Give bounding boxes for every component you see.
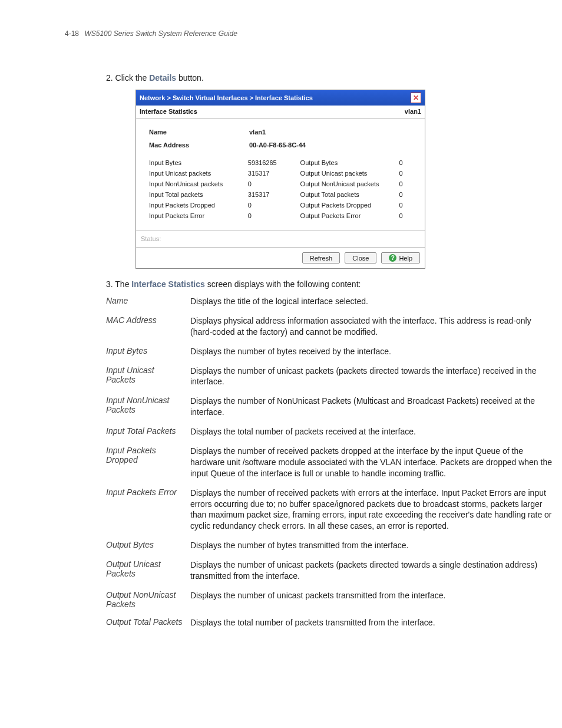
help-button[interactable]: ?Help bbox=[381, 252, 420, 263]
mac-label: Mac Address bbox=[149, 141, 249, 149]
stat-row: Input Unicast packets315317Output Unicas… bbox=[149, 170, 416, 177]
stat-label: Input Unicast packets bbox=[149, 170, 248, 177]
close-button[interactable]: Close bbox=[345, 252, 376, 263]
stat-value: 0 bbox=[248, 202, 300, 209]
help-icon: ? bbox=[389, 254, 396, 262]
definition-row: Input Packets ErrorDisplays the number o… bbox=[106, 487, 554, 532]
stat-label: Input Packets Dropped bbox=[149, 202, 248, 209]
stat-label: Input Packets Error bbox=[149, 212, 248, 219]
definition-term: Input Total Packets bbox=[106, 426, 190, 437]
step-2: 2. Click the Details button. bbox=[106, 73, 521, 83]
definition-row: Input Unicast PacketsDisplays the number… bbox=[106, 365, 554, 388]
definition-text: Displays the number of unicast packets (… bbox=[190, 365, 554, 388]
stat-value: 59316265 bbox=[248, 159, 300, 166]
interface-statistics-keyword: Interface Statistics bbox=[131, 279, 205, 289]
stat-value: 315317 bbox=[248, 191, 300, 198]
refresh-button[interactable]: Refresh bbox=[302, 252, 340, 263]
definition-row: Input BytesDisplays the number of bytes … bbox=[106, 346, 554, 357]
breadcrumb: Network > Switch Virtual Interfaces > In… bbox=[140, 94, 313, 101]
details-keyword: Details bbox=[149, 73, 176, 83]
page-header: 4-18 WS5100 Series Switch System Referen… bbox=[65, 29, 521, 38]
definition-term: Input Packets Dropped bbox=[106, 446, 190, 479]
stat-label: Output NonUnicast packets bbox=[300, 180, 399, 187]
page-number: 4-18 bbox=[65, 29, 79, 38]
definition-text: Displays physical address information as… bbox=[190, 315, 554, 338]
dialog-titlebar: Network > Switch Virtual Interfaces > In… bbox=[136, 90, 425, 106]
definition-term: Input Packets Error bbox=[106, 487, 190, 532]
definition-text: Displays the number of unicast packets (… bbox=[190, 559, 554, 582]
status-area: Status: bbox=[136, 230, 425, 247]
stat-value: 0 bbox=[399, 180, 416, 187]
definition-row: Output NonUnicast PacketsDisplays the nu… bbox=[106, 590, 554, 609]
definition-text: Displays the number of bytes transmitted… bbox=[190, 540, 554, 551]
doc-title: WS5100 Series Switch System Reference Gu… bbox=[84, 29, 237, 38]
subtitle-left: Interface Statistics bbox=[140, 108, 197, 115]
subtitle-right: vlan1 bbox=[405, 108, 421, 115]
definition-row: Output BytesDisplays the number of bytes… bbox=[106, 540, 554, 551]
stat-value: 0 bbox=[399, 191, 416, 198]
stat-label: Input Bytes bbox=[149, 159, 248, 166]
dialog-subtitle: Interface Statistics vlan1 bbox=[136, 106, 425, 119]
definition-row: Input NonUnicast PacketsDisplays the num… bbox=[106, 396, 554, 418]
definition-text: Displays the total number of packets tra… bbox=[190, 617, 554, 628]
stat-label: Output Packets Error bbox=[300, 212, 399, 219]
step-3: 3. The Interface Statistics screen displ… bbox=[106, 279, 521, 289]
stat-row: Input Bytes59316265Output Bytes0 bbox=[149, 159, 416, 166]
definition-row: NameDisplays the title of the logical in… bbox=[106, 296, 554, 307]
definition-table: NameDisplays the title of the logical in… bbox=[106, 296, 554, 628]
close-icon[interactable]: ✕ bbox=[411, 93, 421, 103]
stat-row: Input Packets Error0Output Packets Error… bbox=[149, 212, 416, 219]
definition-text: Displays the number of NonUnicast Packet… bbox=[190, 396, 554, 418]
definition-text: Displays the number of received packets … bbox=[190, 487, 554, 532]
stat-label: Output Unicast packets bbox=[300, 170, 399, 177]
stat-label: Output Total packets bbox=[300, 191, 399, 198]
definition-term: Output Bytes bbox=[106, 540, 190, 551]
definition-row: Input Packets DroppedDisplays the number… bbox=[106, 446, 554, 479]
definition-term: Name bbox=[106, 296, 190, 307]
dialog-body: Name vlan1 Mac Address 00-A0-F8-65-8C-44… bbox=[136, 119, 425, 230]
definition-text: Displays the total number of packets rec… bbox=[190, 426, 554, 437]
stat-label: Input Total packets bbox=[149, 191, 248, 198]
stat-row: Input Total packets315317Output Total pa… bbox=[149, 191, 416, 198]
definition-term: Output Unicast Packets bbox=[106, 559, 190, 582]
stat-value: 315317 bbox=[248, 170, 300, 177]
definition-row: Output Unicast PacketsDisplays the numbe… bbox=[106, 559, 554, 582]
definition-text: Displays the number of bytes received by… bbox=[190, 346, 554, 357]
stat-value: 0 bbox=[399, 159, 416, 166]
definition-text: Displays the number of unicast packets t… bbox=[190, 590, 554, 609]
stat-value: 0 bbox=[248, 180, 300, 187]
name-value: vlan1 bbox=[249, 129, 266, 136]
definition-term: Input NonUnicast Packets bbox=[106, 396, 190, 418]
definition-text: Displays the number of received packets … bbox=[190, 446, 554, 479]
definition-term: MAC Address bbox=[106, 315, 190, 338]
dialog-buttons: Refresh Close ?Help bbox=[136, 247, 425, 268]
mac-value: 00-A0-F8-65-8C-44 bbox=[249, 141, 306, 149]
stat-label: Output Packets Dropped bbox=[300, 202, 399, 209]
definition-row: MAC AddressDisplays physical address inf… bbox=[106, 315, 554, 338]
stat-row: Input Packets Dropped0Output Packets Dro… bbox=[149, 202, 416, 209]
definition-term: Output Total Packets bbox=[106, 617, 190, 628]
definition-row: Output Total PacketsDisplays the total n… bbox=[106, 617, 554, 628]
stat-value: 0 bbox=[399, 202, 416, 209]
stat-row: Input NonUnicast packets0Output NonUnica… bbox=[149, 180, 416, 187]
stat-label: Output Bytes bbox=[300, 159, 399, 166]
interface-statistics-dialog: Network > Switch Virtual Interfaces > In… bbox=[135, 90, 425, 269]
definition-term: Input Unicast Packets bbox=[106, 365, 190, 388]
stat-value: 0 bbox=[399, 170, 416, 177]
definition-row: Input Total PacketsDisplays the total nu… bbox=[106, 426, 554, 437]
name-label: Name bbox=[149, 129, 249, 136]
definition-text: Displays the title of the logical interf… bbox=[190, 296, 554, 307]
status-label: Status: bbox=[141, 235, 161, 242]
definition-term: Input Bytes bbox=[106, 346, 190, 357]
stat-value: 0 bbox=[399, 212, 416, 219]
stat-label: Input NonUnicast packets bbox=[149, 180, 248, 187]
stat-value: 0 bbox=[248, 212, 300, 219]
definition-term: Output NonUnicast Packets bbox=[106, 590, 190, 609]
